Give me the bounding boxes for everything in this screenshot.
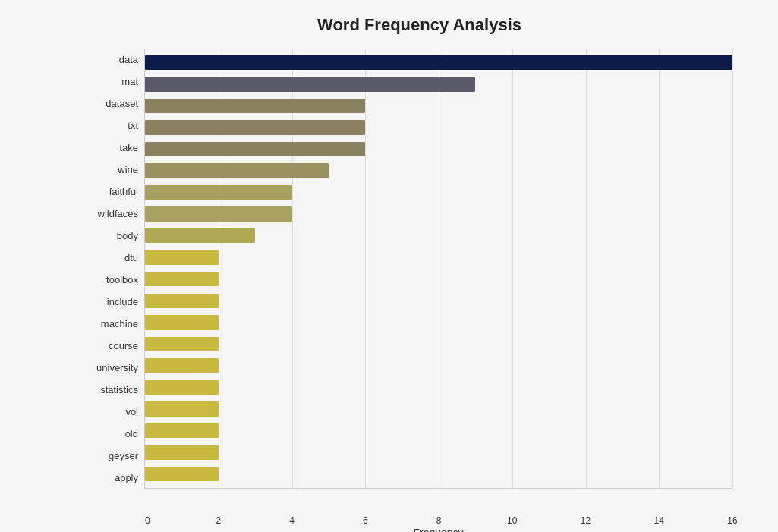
bar bbox=[145, 467, 219, 481]
bar bbox=[145, 272, 219, 286]
bar-row bbox=[145, 398, 732, 420]
y-label: take bbox=[76, 143, 138, 153]
x-tick: 4 bbox=[289, 515, 295, 526]
y-label: dtu bbox=[76, 253, 138, 263]
bar-row bbox=[145, 355, 732, 377]
bar bbox=[145, 99, 365, 113]
grid-line bbox=[732, 49, 733, 488]
plot-area: 0246810121416 bbox=[144, 49, 732, 489]
y-label: course bbox=[76, 341, 138, 351]
bar bbox=[145, 337, 219, 351]
x-tick: 16 bbox=[727, 515, 737, 526]
bar bbox=[145, 185, 292, 200]
x-tick: 2 bbox=[216, 515, 221, 526]
bar-row bbox=[145, 268, 732, 290]
bar bbox=[145, 294, 219, 308]
y-label: txt bbox=[76, 121, 138, 131]
chart-area: datamatdatasettxttakewinefaithfulwildfac… bbox=[76, 49, 732, 489]
bar-row bbox=[145, 312, 732, 334]
y-label: include bbox=[76, 297, 138, 307]
bar-row bbox=[145, 376, 732, 398]
bar-row bbox=[145, 52, 732, 74]
y-label: apply bbox=[76, 473, 138, 483]
bar bbox=[145, 206, 292, 221]
x-tick: 12 bbox=[581, 515, 591, 526]
y-label: old bbox=[76, 429, 138, 439]
x-tick: 10 bbox=[507, 515, 517, 526]
chart-container: Word Frequency Analysis datamatdatasettx… bbox=[0, 0, 778, 532]
bar-row bbox=[145, 442, 732, 464]
x-tick: 8 bbox=[436, 515, 442, 526]
bar bbox=[145, 142, 365, 156]
x-tick: 14 bbox=[654, 515, 664, 526]
bar bbox=[145, 120, 365, 134]
y-label: dataset bbox=[76, 99, 138, 109]
y-label: wildfaces bbox=[76, 209, 138, 219]
y-label: faithful bbox=[76, 187, 138, 197]
y-label: mat bbox=[76, 77, 138, 87]
bar-row bbox=[145, 117, 732, 139]
y-label: machine bbox=[76, 319, 138, 329]
y-label: statistics bbox=[76, 385, 138, 395]
bar-row bbox=[145, 463, 732, 485]
bar bbox=[145, 423, 219, 438]
bar-row bbox=[145, 181, 732, 203]
y-label: body bbox=[76, 231, 138, 241]
bar-row bbox=[145, 95, 732, 117]
bar-row bbox=[145, 247, 732, 269]
y-label: university bbox=[76, 363, 138, 373]
bar bbox=[145, 77, 475, 91]
y-label: geyser bbox=[76, 451, 138, 461]
y-label: data bbox=[76, 55, 138, 65]
bar-row bbox=[145, 138, 732, 160]
chart-title: Word Frequency Analysis bbox=[76, 15, 732, 35]
bar-row bbox=[145, 203, 732, 225]
bar bbox=[145, 315, 219, 329]
x-axis-label: Frequency bbox=[76, 527, 732, 532]
x-tick: 0 bbox=[145, 515, 150, 526]
bar-row bbox=[145, 225, 732, 247]
bar-row bbox=[145, 160, 732, 182]
bar bbox=[145, 445, 219, 459]
bar-row bbox=[145, 74, 732, 96]
bar bbox=[145, 358, 219, 373]
bar bbox=[145, 228, 255, 243]
bar-row bbox=[145, 420, 732, 442]
y-label: vol bbox=[76, 407, 138, 417]
bar bbox=[145, 163, 329, 178]
x-tick: 6 bbox=[363, 515, 368, 526]
bar bbox=[145, 380, 219, 395]
bar bbox=[145, 55, 732, 70]
y-label: wine bbox=[76, 165, 138, 175]
bars-container bbox=[145, 49, 732, 488]
y-axis: datamatdatasettxttakewinefaithfulwildfac… bbox=[76, 49, 144, 489]
y-label: toolbox bbox=[76, 275, 138, 285]
bar bbox=[145, 401, 219, 416]
bar bbox=[145, 250, 219, 264]
bar-row bbox=[145, 333, 732, 355]
bar-row bbox=[145, 290, 732, 312]
